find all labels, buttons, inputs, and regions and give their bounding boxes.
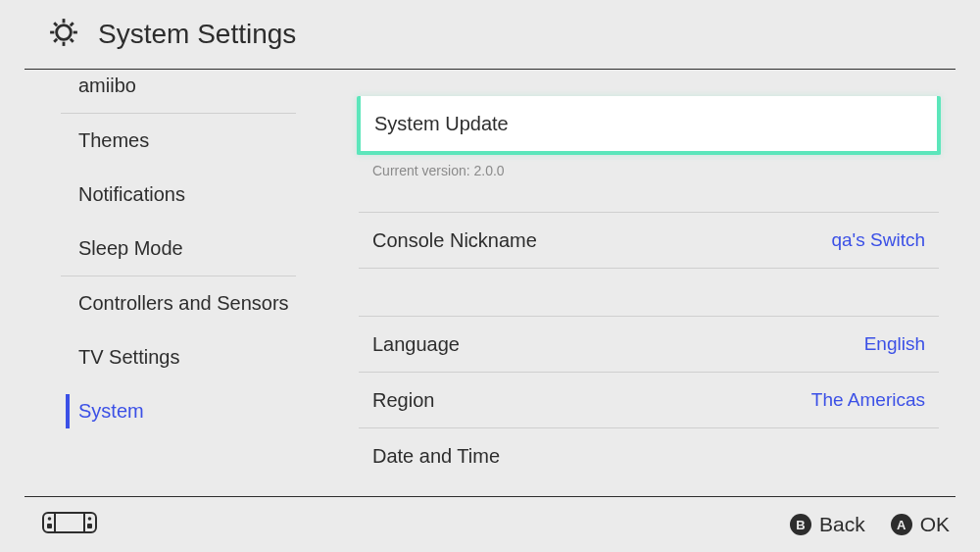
- sidebar-item-themes[interactable]: Themes: [0, 114, 323, 168]
- row-label: Date and Time: [372, 445, 500, 468]
- svg-line-6: [54, 39, 57, 42]
- svg-line-7: [71, 39, 74, 42]
- row-language[interactable]: Language English: [359, 316, 939, 372]
- page-title: System Settings: [98, 19, 296, 50]
- row-date-time[interactable]: Date and Time: [359, 427, 939, 483]
- row-label: System Update: [374, 113, 509, 135]
- controller-icon: [42, 511, 97, 538]
- svg-rect-9: [43, 513, 96, 532]
- current-version-text: Current version: 2.0.0: [372, 163, 939, 178]
- svg-rect-13: [47, 524, 52, 528]
- gear-icon: [47, 16, 80, 53]
- svg-point-12: [88, 517, 92, 521]
- row-label: Region: [372, 389, 434, 412]
- sidebar-item-tv-settings[interactable]: TV Settings: [0, 330, 323, 384]
- row-value: The Americas: [811, 389, 925, 411]
- row-console-nickname[interactable]: Console Nickname qa's Switch: [359, 212, 939, 268]
- row-system-update[interactable]: System Update: [357, 96, 941, 155]
- b-button-icon: B: [790, 514, 811, 535]
- footer: B Back A OK: [24, 496, 956, 552]
- svg-rect-10: [55, 513, 84, 532]
- section-gap: [359, 268, 939, 316]
- hint-ok[interactable]: A OK: [891, 513, 950, 536]
- sidebar-item-sleep-mode[interactable]: Sleep Mode: [0, 222, 323, 276]
- svg-point-0: [57, 25, 72, 40]
- row-label: Console Nickname: [372, 229, 537, 252]
- hint-label: Back: [819, 513, 865, 536]
- svg-point-11: [48, 517, 52, 521]
- sidebar-item-controllers-sensors[interactable]: Controllers and Sensors: [0, 276, 323, 330]
- sidebar: amiibo Themes Notifications Sleep Mode C…: [0, 69, 323, 497]
- row-region[interactable]: Region The Americas: [359, 372, 939, 427]
- sidebar-item-notifications[interactable]: Notifications: [0, 168, 323, 222]
- hint-back[interactable]: B Back: [790, 513, 865, 536]
- row-label: Language: [372, 333, 460, 356]
- sidebar-item-amiibo[interactable]: amiibo: [0, 69, 323, 113]
- a-button-icon: A: [891, 514, 912, 535]
- svg-line-5: [71, 23, 74, 25]
- sidebar-item-system[interactable]: System: [0, 384, 323, 438]
- hint-label: OK: [920, 513, 950, 536]
- svg-rect-14: [87, 524, 92, 528]
- row-value: English: [864, 333, 925, 355]
- svg-line-8: [54, 23, 57, 25]
- header: System Settings: [24, 0, 956, 70]
- row-value: qa's Switch: [831, 229, 925, 251]
- content-panel: System Update Current version: 2.0.0 Con…: [323, 69, 980, 497]
